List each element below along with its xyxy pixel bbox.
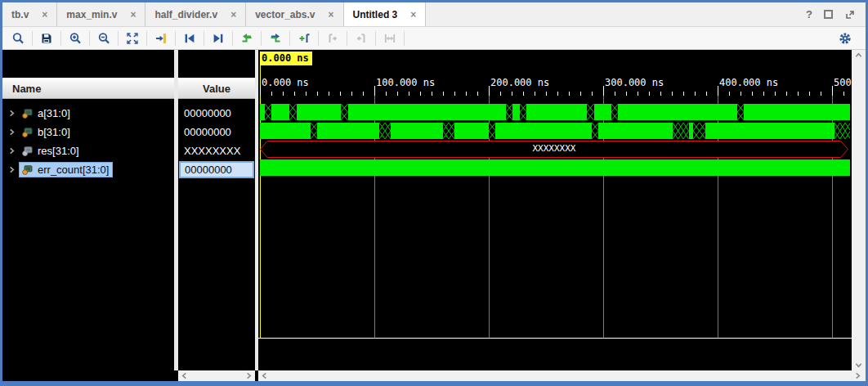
minor-tick — [649, 92, 650, 96]
values-horizontal-scrollbar[interactable] — [178, 370, 255, 381]
expand-chevron-icon[interactable] — [8, 109, 20, 119]
tab-close-icon[interactable]: × — [329, 9, 334, 20]
signal-bus-bar — [260, 159, 850, 176]
tab-untitled-3[interactable]: Untitled 3× — [344, 2, 427, 26]
go-to-last-time-button[interactable] — [206, 29, 230, 48]
tab-label: vector_abs.v — [255, 9, 315, 20]
bus-transition-glyph — [592, 123, 598, 139]
major-tick — [260, 86, 261, 96]
find-button[interactable] — [6, 29, 30, 48]
signal-bus-bar — [260, 123, 850, 139]
bus-icon — [21, 165, 34, 175]
wave-row-a310[interactable] — [258, 104, 852, 120]
tab-max-min-v[interactable]: max_min.v× — [57, 2, 145, 26]
toolbar-separator — [32, 31, 33, 46]
add-marker-button[interactable] — [292, 29, 316, 48]
wave-row-err_count310[interactable] — [258, 159, 852, 176]
maximize-icon[interactable] — [824, 10, 833, 19]
toolbar-separator — [375, 31, 376, 46]
scroll-left-arrow-icon[interactable] — [261, 372, 268, 379]
waveform-main-area: Name a[31:0]b[31:0]res[31:0]err_count[31… — [2, 50, 866, 370]
scroll-left-arrow-icon[interactable] — [181, 372, 188, 379]
float-icon[interactable] — [844, 9, 856, 20]
tab-half-divider-v[interactable]: half_divider.v× — [145, 2, 246, 26]
value-row-a310[interactable]: 00000000 — [178, 104, 255, 123]
help-icon[interactable]: ? — [806, 8, 812, 20]
minor-tick — [752, 92, 753, 96]
name-column-header[interactable]: Name — [2, 78, 174, 99]
bus-icon — [21, 128, 34, 137]
wave-horizontal-scrollbar[interactable] — [258, 370, 852, 381]
value-row-err_count310[interactable]: 00000000 — [178, 160, 255, 179]
tab-close-icon[interactable]: × — [410, 9, 416, 20]
value-row-res310[interactable]: XXXXXXXX — [178, 141, 255, 160]
corner-scroll-button[interactable] — [852, 370, 866, 381]
signal-row-res310[interactable]: res[31:0] — [2, 141, 174, 160]
signal-row-a310[interactable]: a[31:0] — [2, 104, 174, 123]
signal-row-err_count310[interactable]: err_count[31:0] — [2, 160, 174, 179]
tab-close-icon[interactable]: × — [42, 9, 47, 20]
next-transition-button[interactable] — [263, 29, 288, 48]
bus-transition-glyph — [443, 123, 454, 139]
zoom-out-button[interactable] — [92, 29, 116, 48]
vertical-scrollbar[interactable] — [852, 50, 866, 370]
ruler-tick-label: 0.000 ns — [262, 77, 309, 88]
bus-transition-glyph — [506, 104, 512, 120]
signal-names-panel: Name a[31:0]b[31:0]res[31:0]err_count[31… — [2, 50, 174, 370]
minor-tick — [626, 92, 627, 96]
value-column-header[interactable]: Value — [178, 78, 255, 99]
bus-icon — [21, 109, 34, 119]
minor-tick — [306, 92, 306, 96]
minor-tick — [786, 92, 787, 96]
bus-transition-glyph — [587, 104, 593, 120]
tab-close-icon[interactable]: × — [130, 9, 136, 20]
minor-tick — [843, 92, 844, 96]
minor-tick — [592, 92, 593, 96]
tab-label: tb.v — [11, 9, 29, 20]
toolbar-separator — [146, 31, 147, 46]
bus-transition-glyph — [834, 123, 851, 139]
previous-transition-button[interactable] — [235, 29, 259, 48]
expand-chevron-icon[interactable] — [8, 146, 20, 156]
undefined-bus-value-label: XXXXXXXX — [260, 143, 848, 154]
signal-name-label: err_count[31:0] — [38, 164, 109, 176]
window-controls: ? — [806, 2, 866, 26]
scroll-right-arrow-icon[interactable] — [854, 372, 861, 379]
minor-tick — [740, 92, 741, 96]
bus-transition-glyph — [611, 104, 618, 120]
go-to-time-0-button[interactable] — [177, 29, 202, 48]
wave-row-res310[interactable]: XXXXXXXX — [258, 141, 852, 158]
minor-tick — [535, 92, 535, 96]
tab-vector-abs-v[interactable]: vector_abs.v× — [246, 2, 343, 26]
value-column-label: Value — [203, 83, 230, 95]
value-row-b310[interactable]: 00000000 — [178, 123, 255, 141]
signal-row-b310[interactable]: b[31:0] — [2, 123, 174, 141]
ruler-tick-label: 500 — [834, 77, 852, 88]
editor-tab-bar: tb.v×max_min.v×half_divider.v×vector_abs… — [2, 2, 866, 27]
zoom-in-button[interactable] — [63, 29, 87, 48]
waveform-canvas[interactable]: 0.000 ns 0.000 ns100.000 ns200.000 ns300… — [258, 50, 852, 370]
tab-tb-v[interactable]: tb.v× — [2, 2, 57, 26]
scroll-right-arrow-icon[interactable] — [245, 372, 253, 379]
minor-tick — [763, 92, 764, 96]
wave-row-b310[interactable] — [258, 123, 852, 139]
expand-chevron-icon[interactable] — [8, 165, 20, 175]
name-column-label: Name — [12, 83, 41, 95]
tab-close-icon[interactable]: × — [230, 9, 236, 20]
settings-button[interactable] — [833, 29, 857, 48]
expand-chevron-icon[interactable] — [8, 128, 20, 137]
bus-transition-glyph — [693, 123, 705, 139]
signal-value: XXXXXXXX — [178, 145, 255, 157]
bus-transition-glyph — [489, 123, 495, 139]
minor-tick — [477, 92, 478, 96]
save-wave-config-button[interactable] — [34, 29, 59, 48]
go-to-cursor-button[interactable] — [149, 29, 173, 48]
zoom-fit-button[interactable] — [120, 29, 145, 48]
minor-tick — [729, 92, 730, 96]
minor-tick — [409, 92, 409, 96]
minor-tick — [672, 92, 673, 96]
major-tick — [832, 86, 833, 96]
toolbar-separator — [118, 31, 119, 46]
scroll-down-arrow-icon[interactable] — [855, 361, 862, 369]
scroll-up-arrow-icon[interactable] — [855, 52, 862, 59]
